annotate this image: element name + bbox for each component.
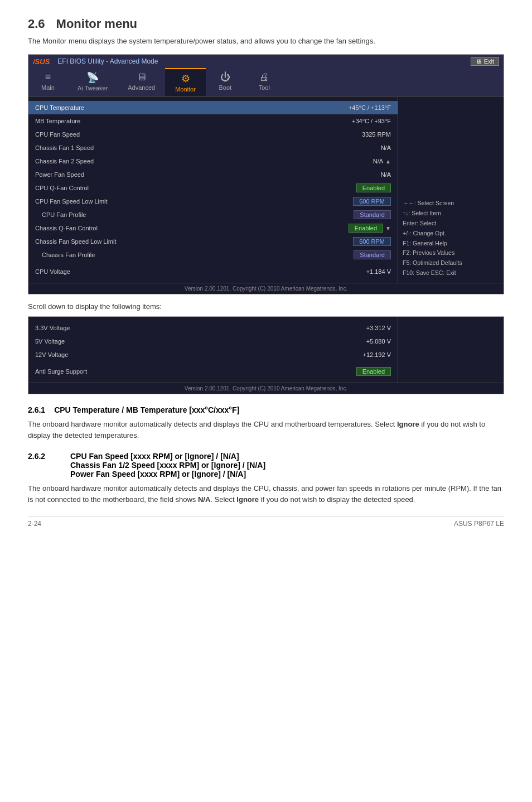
row-chassis-fan-low-limit[interactable]: Chassis Fan Speed Low Limit 600 RPM	[28, 235, 398, 248]
row-power-fan-speed[interactable]: Power Fan Speed N/A	[28, 168, 398, 181]
nav-advanced[interactable]: 🖥 Advanced	[118, 68, 165, 96]
nav-ai-tweaker[interactable]: 📡 Ai Tweaker	[67, 68, 118, 96]
mb-temp-label: MB Temperature	[35, 118, 352, 124]
subsection-2-6-1: 2.6.1 CPU Temperature / MB Temperature […	[28, 405, 504, 441]
row-mb-temperature[interactable]: MB Temperature +34°C / +93°F	[28, 114, 398, 128]
row-chassis-fan2-speed[interactable]: Chassis Fan 2 Speed N/A ▲	[28, 154, 398, 168]
bios-help-panel: →←: Select Screen ↑↓: Select Item Enter:…	[398, 96, 504, 283]
help-text: →←: Select Screen ↑↓: Select Item Enter:…	[403, 199, 499, 278]
cpu-fan-label: CPU Fan Speed	[35, 131, 362, 138]
bios2-footer-text: Version 2.00.1201. Copyright (C) 2010 Am…	[185, 385, 347, 392]
ignore-bold-1: Ignore	[397, 420, 419, 428]
chassis-qfan-badge: Enabled	[349, 224, 383, 233]
12v-label: 12V Voltage	[35, 351, 363, 358]
row-12v-voltage[interactable]: 12V Voltage +12.192 V	[28, 348, 398, 361]
bios-logo: /SUS	[33, 57, 50, 66]
cpu-fan-profile-badge: Standard	[354, 210, 391, 219]
chassis-qfan-label: Chassis Q-Fan Control	[35, 225, 349, 231]
bios-nav: ≡ Main 📡 Ai Tweaker 🖥 Advanced ⚙ Monitor…	[28, 68, 504, 96]
sub-num-2-6-2: 2.6.2	[28, 452, 61, 479]
ai-tweaker-icon: 📡	[86, 71, 99, 84]
help-line-4: +/-: Change Opt.	[403, 229, 499, 239]
power-fan-label: Power Fan Speed	[35, 171, 381, 178]
help-line-1: →←: Select Screen	[403, 199, 499, 209]
bios-ui-box-2: 3.3V Voltage +3.312 V 5V Voltage +5.080 …	[28, 316, 504, 394]
bios-footer: Version 2.00.1201. Copyright (C) 2010 Am…	[28, 283, 504, 294]
intro-text: The Monitor menu displays the system tem…	[28, 37, 504, 45]
chassis-fan2-label: Chassis Fan 2 Speed	[35, 158, 373, 165]
scroll-down-arrow: ▼	[385, 225, 391, 231]
row-cpu-fan-speed[interactable]: CPU Fan Speed 3325 RPM	[28, 128, 398, 141]
row-5v-voltage[interactable]: 5V Voltage +5.080 V	[28, 335, 398, 348]
bios-content: CPU Temperature +45°C / +113°F MB Temper…	[28, 96, 504, 283]
3v3-label: 3.3V Voltage	[35, 325, 366, 331]
bios-title: EFI BIOS Utility - Advanced Mode	[57, 57, 158, 65]
cpu-voltage-value: +1.184 V	[366, 268, 391, 275]
row-cpu-temperature[interactable]: CPU Temperature +45°C / +113°F	[28, 101, 398, 114]
bios2-right	[398, 317, 504, 383]
chassis-fan1-value: N/A	[381, 144, 391, 151]
row-cpu-voltage[interactable]: CPU Voltage +1.184 V	[28, 265, 398, 278]
row-cpu-fan-profile[interactable]: CPU Fan Profile Standard	[28, 208, 398, 221]
section-number: 2.6	[28, 17, 45, 31]
monitor-icon: 🖥	[476, 58, 482, 65]
main-icon: ≡	[45, 71, 51, 83]
nav-tool[interactable]: 🖨 Tool	[245, 68, 284, 96]
sub-title-2-6-1: CPU Temperature / MB Temperature [xxx°C/…	[54, 405, 239, 414]
help-line-7: F5: Optimized Defaults	[403, 258, 499, 268]
boot-label: Boot	[219, 84, 232, 91]
bios2-left: 3.3V Voltage +3.312 V 5V Voltage +5.080 …	[28, 317, 398, 383]
row-cpu-fan-low-limit[interactable]: CPU Fan Speed Low Limit 600 RPM	[28, 195, 398, 208]
cpu-temp-label: CPU Temperature	[35, 104, 349, 111]
chassis-fan-profile-label: Chassis Fan Profile	[35, 252, 354, 258]
12v-value: +12.192 V	[363, 351, 391, 358]
sub-title-line-1: CPU Fan Speed [xxxx RPM] or [Ignore] / […	[70, 452, 265, 461]
sub-num-2-6-1: 2.6.1	[28, 405, 45, 414]
help-line-3: Enter: Select	[403, 219, 499, 229]
section-title: Monitor menu	[56, 17, 137, 31]
row-3v3-voltage[interactable]: 3.3V Voltage +3.312 V	[28, 321, 398, 335]
page-number: 2-24	[28, 520, 41, 528]
cpu-fan-low-label: CPU Fan Speed Low Limit	[35, 198, 353, 205]
exit-label: Exit	[484, 58, 494, 65]
bios2-content: 3.3V Voltage +3.312 V 5V Voltage +5.080 …	[28, 317, 504, 383]
row-anti-surge[interactable]: Anti Surge Support Enabled	[28, 365, 398, 378]
product-name: ASUS P8P67 LE	[454, 520, 504, 528]
row-chassis-fan-profile[interactable]: Chassis Fan Profile Standard	[28, 248, 398, 262]
cpu-fan-value: 3325 RPM	[362, 131, 391, 138]
5v-value: +5.080 V	[366, 338, 391, 345]
row-cpu-qfan-control[interactable]: CPU Q-Fan Control Enabled	[28, 181, 398, 195]
nav-boot[interactable]: ⏻ Boot	[206, 68, 245, 96]
anti-surge-badge: Enabled	[356, 367, 391, 376]
boot-icon: ⏻	[220, 71, 230, 83]
cpu-temp-value: +45°C / +113°F	[349, 104, 391, 111]
cpu-fan-low-badge: 600 RPM	[353, 197, 391, 206]
sub-body-2-6-2: The onboard hardware monitor automatical…	[28, 483, 504, 505]
anti-surge-label: Anti Surge Support	[35, 368, 356, 375]
section-heading: 2.6 Monitor menu	[28, 17, 504, 31]
na-bold: N/A	[198, 495, 210, 504]
advanced-icon: 🖥	[137, 71, 147, 83]
sub-title-2-6-2: CPU Fan Speed [xxxx RPM] or [Ignore] / […	[70, 452, 265, 479]
footer-text: Version 2.00.1201. Copyright (C) 2010 Am…	[185, 286, 347, 292]
nav-main[interactable]: ≡ Main	[28, 68, 67, 96]
tool-label: Tool	[259, 84, 270, 91]
chassis-fan2-value: N/A	[373, 158, 383, 165]
exit-button[interactable]: 🖥 Exit	[471, 57, 499, 66]
monitor-label: Monitor	[175, 86, 196, 93]
cpu-fan-profile-label: CPU Fan Profile	[35, 211, 354, 218]
bios-ui-box: /SUS EFI BIOS Utility - Advanced Mode 🖥 …	[28, 54, 504, 294]
ignore-bold-2: Ignore	[236, 495, 259, 504]
cpu-voltage-label: CPU Voltage	[35, 268, 366, 275]
row-chassis-fan1-speed[interactable]: Chassis Fan 1 Speed N/A	[28, 141, 398, 154]
monitor-nav-icon: ⚙	[181, 73, 190, 85]
help-line-2: ↑↓: Select Item	[403, 209, 499, 219]
advanced-label: Advanced	[128, 84, 155, 91]
nav-monitor[interactable]: ⚙ Monitor	[165, 68, 206, 96]
row-chassis-qfan-control[interactable]: Chassis Q-Fan Control Enabled ▼	[28, 221, 398, 235]
sub-heading-2-6-1: 2.6.1 CPU Temperature / MB Temperature […	[28, 405, 504, 414]
chassis-fan-low-badge: 600 RPM	[353, 237, 391, 246]
scroll-notice: Scroll down to display the following ite…	[28, 302, 504, 311]
subsection-2-6-2: 2.6.2 CPU Fan Speed [xxxx RPM] or [Ignor…	[28, 452, 504, 505]
sub-body-2-6-1: The onboard hardware monitor automatical…	[28, 419, 504, 441]
